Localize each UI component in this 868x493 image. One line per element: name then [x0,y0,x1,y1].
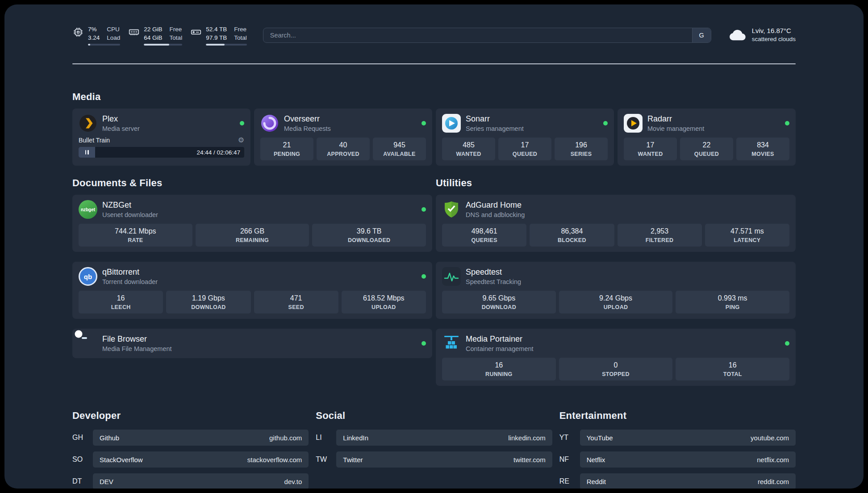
service-description: Speedtest Tracking [466,278,789,285]
plex-icon [79,114,97,133]
service-name: Media Portainer [466,334,780,344]
service-name: AdGuard Home [466,201,789,210]
service-card-radarr[interactable]: Radarr Movie management 17 WANTED 22 QUE… [618,109,796,166]
gear-icon[interactable]: ⚙ [238,137,244,144]
weather-widget[interactable]: Lviv, 16.87°C scattered clouds [728,27,796,42]
stat-queued: 17 QUEUED [498,138,551,160]
cpu-label: CPU [107,26,120,33]
link-reddit[interactable]: Reddit reddit.com [580,473,796,489]
now-playing-title: Bullet Train [79,137,110,144]
stat-pending: 21 PENDING [260,138,313,160]
status-dot [421,207,426,212]
media-card-grid: Plex Media server Bullet Train ⚙ 24:44 /… [72,109,796,166]
stat-rate: 744.21 Mbps RATE [79,224,192,246]
service-name: File Browser [102,334,417,344]
service-name: Plex [102,114,235,124]
link-row-youtube: YT YouTube youtube.com [559,430,796,446]
service-card-qbittorrent[interactable]: qb qBittorrent Torrent downloader 16 LEE… [72,262,432,319]
link-youtube[interactable]: YouTube youtube.com [580,430,796,446]
stat-approved: 40 APPROVED [317,138,370,160]
service-card-sonarr[interactable]: Sonarr Series management 485 WANTED 17 Q… [436,109,614,166]
service-card-plex[interactable]: Plex Media server Bullet Train ⚙ 24:44 /… [72,109,250,166]
search-input[interactable] [263,28,692,42]
service-name: Sonarr [466,114,598,124]
memory-widget: 22 GiB 64 GiB Free Total [128,26,182,46]
service-description: Media File Management [102,345,417,352]
memory-total-value: 64 GiB [144,34,162,42]
utilities-column: Utilities AdGuard Home DNS and adblockin… [436,177,796,386]
link-abbr: NF [559,455,575,464]
social-links-column: Social LI LinkedIn linkedin.com TW Twitt… [316,410,552,489]
link-abbr: RE [559,477,575,485]
stat-available: 945 AVAILABLE [373,138,426,160]
playback-progress-bar: 24:44 / 02:06:47 [79,147,244,158]
link-netflix[interactable]: Netflix netflix.com [580,451,796,468]
service-card-nzbget[interactable]: nzbget NZBGet Usenet downloader 744.21 M… [72,195,432,252]
section-title-social: Social [316,410,552,422]
stat-series: 196 SERIES [555,138,608,160]
service-card-filebrowser[interactable]: File Browser Media File Management [72,329,432,358]
section-title-developer: Developer [72,410,309,422]
stat-seed: 471 SEED [254,291,338,313]
link-twitter[interactable]: Twitter twitter.com [336,451,552,468]
stat-movies: 834 MOVIES [736,138,789,160]
service-description: Torrent downloader [102,278,417,285]
stat-download: 1.19 Gbps DOWNLOAD [166,291,250,313]
memory-usage-bar [144,44,182,46]
cpu-usage-bar-fill [88,44,90,46]
dashboard-page: 7% 3.24 CPU Load [4,4,864,489]
nzbget-icon: nzbget [79,200,97,219]
link-linkedin[interactable]: LinkedIn linkedin.com [336,430,552,446]
stat-latency: 47.571 ms LATENCY [705,224,789,246]
status-dot [603,121,608,125]
stat-queued: 22 QUEUED [680,138,733,160]
developer-links-column: Developer GH Github github.com SO StackO… [72,410,309,489]
service-card-portainer[interactable]: Media Portainer Container management 16 … [436,329,796,386]
memory-icon [128,26,140,38]
stat-download: 9.65 Gbps DOWNLOAD [442,291,556,313]
hard-drive-icon [190,26,202,38]
stat-filtered: 2,953 FILTERED [618,224,702,246]
status-dot [421,274,426,279]
stat-wanted: 17 WANTED [624,138,677,160]
disk-usage-bar [206,44,247,46]
link-github[interactable]: Github github.com [93,430,309,446]
service-description: Container management [466,345,780,352]
pause-icon [85,150,87,155]
link-row-linkedin: LI LinkedIn linkedin.com [316,430,552,446]
cpu-usage-value: 7% [88,26,100,33]
portainer-icon [442,334,461,353]
filebrowser-icon [79,334,97,353]
link-stackoverflow[interactable]: StackOverflow stackoverflow.com [93,451,309,468]
service-card-overseerr[interactable]: Overseerr Media Requests 21 PENDING 40 A… [254,109,432,166]
stat-ping: 0.993 ms PING [676,291,789,313]
header-divider [72,63,796,64]
disk-free-value: 52.4 TB [206,26,227,33]
service-card-speedtest[interactable]: Speedtest Speedtest Tracking 9.65 Gbps D… [436,262,796,319]
adguard-icon [442,200,461,219]
disk-total-label: Total [234,34,247,42]
search-provider-button[interactable]: G [692,28,711,42]
link-row-reddit: RE Reddit reddit.com [559,473,796,489]
section-title-media: Media [72,91,796,103]
documents-column: Documents & Files nzbget NZBGet Usenet d… [72,177,432,386]
stat-blocked: 86,384 BLOCKED [530,224,614,246]
link-dev[interactable]: DEV dev.to [93,473,309,489]
playback-time: 24:44 / 02:06:47 [196,149,240,156]
memory-free-label: Free [170,26,183,33]
service-card-adguard[interactable]: AdGuard Home DNS and adblocking 498,461 … [436,195,796,252]
status-dot [421,121,426,125]
link-row-github: GH Github github.com [72,430,309,446]
weather-condition: scattered clouds [752,36,796,42]
stat-upload: 618.52 Mbps UPLOAD [342,291,426,313]
link-abbr: GH [72,434,88,442]
entertainment-links-column: Entertainment YT YouTube youtube.com NF … [559,410,796,489]
cpu-load-value: 3.24 [88,34,100,42]
link-abbr: YT [559,434,575,442]
link-abbr: TW [316,455,331,464]
cpu-icon [72,26,84,38]
status-dot [421,341,426,346]
disk-total-value: 97.9 TB [206,34,227,42]
search-bar: G [263,28,711,43]
disk-widget: 52.4 TB 97.9 TB Free Total [190,26,247,46]
